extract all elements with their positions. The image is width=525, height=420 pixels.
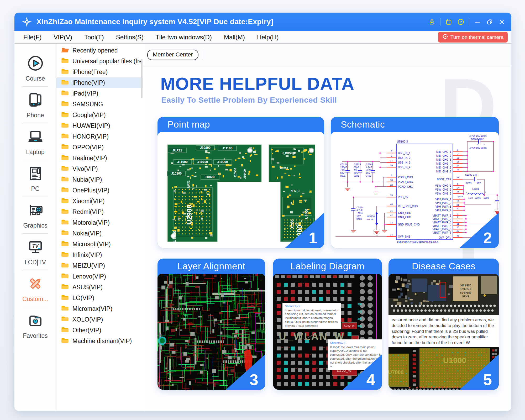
svg-text:5%: 5% xyxy=(354,169,357,171)
tree-item-lg-vip[interactable]: LG(VIP) xyxy=(56,293,143,303)
tree-item-xiaomi-vip[interactable]: Xiaomi(VIP) xyxy=(56,196,143,207)
svg-text:2: 2 xyxy=(485,191,486,193)
tree-item-redmi-vip[interactable]: Redmi(VIP) xyxy=(56,207,143,217)
menu-tool[interactable]: Tool(T) xyxy=(84,34,104,41)
svg-text:50V: 50V xyxy=(354,172,358,174)
sidebar-item-pc[interactable]: PC xyxy=(14,161,56,196)
device-tree-panel: Recently openedUniversal popular files (… xyxy=(56,44,143,411)
tree-item-huawei-vip[interactable]: HUAWEI(VIP) xyxy=(56,120,143,131)
svg-text:17: 17 xyxy=(390,159,393,162)
card-labeling-diagram-title: Labeling Diagram xyxy=(273,259,382,274)
menu-help[interactable]: Help(H) xyxy=(257,34,279,41)
tree-item-other-vip[interactable]: Other(VIP) xyxy=(56,325,143,336)
card-schematic[interactable]: Schematic U5100-3PM-7325B-2-WLNSP108B-TR… xyxy=(331,117,499,248)
tabstrip: Member Center xyxy=(143,44,511,66)
folder-icon xyxy=(61,316,69,324)
tree-item-nokia-vip[interactable]: Nokia(VIP) xyxy=(56,228,143,239)
tree-item-realme-vip[interactable]: Realme(VIP) xyxy=(56,153,143,164)
tree-item-universal-popular-files-free[interactable]: Universal popular files (free) xyxy=(56,56,143,67)
svg-text:6: 6 xyxy=(457,149,458,151)
tree-item-microsoft-vip[interactable]: Microsoft(VIP) xyxy=(56,239,143,250)
tree-item-label: Nokia(VIP) xyxy=(72,230,102,237)
close-button[interactable] xyxy=(498,18,506,26)
thermal-camera-button[interactable]: Turn on thermal camera xyxy=(438,32,508,43)
svg-text:VPH_PWR_1: VPH_PWR_1 xyxy=(435,198,451,201)
svg-text:C5224: C5224 xyxy=(340,163,347,166)
folder-icon xyxy=(61,208,69,216)
app-logo-icon xyxy=(21,16,33,28)
tree-item-iphone-free[interactable]: iPhone(Free) xyxy=(56,67,143,77)
window-title: XinZhiZao Maintenance inquiry system V4.… xyxy=(36,18,428,26)
tree-item-samsung[interactable]: SAMSUNG xyxy=(56,99,143,110)
tree-item-ipad-vip[interactable]: iPad(VIP) xyxy=(56,88,143,99)
menu-settings[interactable]: Settins(S) xyxy=(116,34,144,41)
sidebar-item-favorites[interactable]: Favorites xyxy=(14,308,56,343)
menu-file[interactable]: File(F) xyxy=(23,34,41,41)
svg-text:OL: OL xyxy=(316,368,319,369)
sidebar-item-laptop[interactable]: Laptop xyxy=(14,124,56,159)
sidebar-item-graphics[interactable]: Graphics xyxy=(14,198,56,232)
tree-item-xolo-vip[interactable]: XOLO(VIP) xyxy=(56,314,143,325)
folder-icon xyxy=(61,273,69,281)
menu-vip[interactable]: VIP(V) xyxy=(54,34,72,41)
svg-text:1: 1 xyxy=(477,143,478,146)
svg-text:29: 29 xyxy=(456,229,459,232)
tree-item-infinix-vip[interactable]: Infinix(VIP) xyxy=(56,250,143,260)
svg-text:VBATT_PWR_2: VBATT_PWR_2 xyxy=(433,218,452,220)
tree-item-label: Machine dismant(VIP) xyxy=(72,338,132,345)
card-layer-alignment[interactable]: Layer Alignment 3 xyxy=(158,259,265,390)
svg-text:33: 33 xyxy=(390,194,393,197)
tab-member-center[interactable]: Member Center xyxy=(147,50,198,60)
tree-item-nubia-vip[interactable]: Nubia(VIP) xyxy=(56,174,143,185)
restore-button[interactable] xyxy=(486,18,494,26)
tree-item-asus-vip[interactable]: ASUS(VIP) xyxy=(56,282,143,293)
tree-item-meizu-vip[interactable]: MEIZU(VIP) xyxy=(56,260,143,271)
svg-text:MID_CHG_1: MID_CHG_1 xyxy=(436,150,452,153)
svg-text:150pF: 150pF xyxy=(340,166,347,169)
tree-item-vivo-vip[interactable]: Vivo(VIP) xyxy=(56,164,143,174)
card-point-map-body: JUAT1J10800J11100J11000J10700J10900J1010… xyxy=(158,132,324,248)
svg-text:BOOT_CAP: BOOT_CAP xyxy=(437,178,452,181)
tree-item-recently-opened[interactable]: Recently opened xyxy=(56,45,143,56)
sidebar-item-custom[interactable]: Custom... xyxy=(14,271,56,306)
tree-item-label: iPhone(Free) xyxy=(72,69,108,76)
minimize-button[interactable] xyxy=(474,18,481,26)
calendar-icon[interactable] xyxy=(445,18,453,26)
folder-icon xyxy=(61,187,69,195)
tree-item-oneplus-vip[interactable]: OnePlus(VIP) xyxy=(56,185,143,196)
lock-icon[interactable] xyxy=(428,18,436,26)
svg-text:PGND_CHG: PGND_CHG xyxy=(398,185,413,188)
svg-text:31: 31 xyxy=(456,176,459,179)
app-window: XinZhiZao Maintenance inquiry system V4.… xyxy=(14,13,511,411)
card-point-map[interactable]: Point map JUAT1J10800J11100J11000J10700J… xyxy=(158,117,324,248)
card-labeling-diagram[interactable]: Labeling Diagram OLOLOLOLOLOLOLOLOLOLOLO… xyxy=(273,259,382,390)
svg-text:34: 34 xyxy=(390,233,393,236)
svg-text:1: 1 xyxy=(466,191,467,193)
tree-item-label: Google(VIP) xyxy=(72,112,106,119)
tree-item-label: Nubia(VIP) xyxy=(72,176,102,183)
folder-icon xyxy=(61,111,69,119)
menu-mall[interactable]: Mall(M) xyxy=(224,34,245,41)
svg-text:10: 10 xyxy=(456,219,459,222)
tree-scrollbar-thumb[interactable] xyxy=(141,59,143,98)
menu-tile-two-windows[interactable]: Tile two windows(D) xyxy=(156,34,212,41)
folder-icon xyxy=(61,337,69,345)
card-schematic-title: Schematic xyxy=(331,117,499,132)
help-icon[interactable]: ? xyxy=(457,18,465,26)
tree-item-micromax-vip[interactable]: Micromax(VIP) xyxy=(56,303,143,314)
tree-item-oppo-vip[interactable]: OPPO(VIP) xyxy=(56,142,143,153)
tree-item-machine-dismant-vip[interactable]: Machine dismant(VIP) xyxy=(56,336,143,346)
sidebar-item-phone[interactable]: Phone xyxy=(14,88,56,122)
sidebar-item-lcdtv[interactable]: TVLCD|TV xyxy=(14,235,56,269)
sidebar-item-course[interactable]: Course xyxy=(14,51,56,85)
tree-item-google-vip[interactable]: Google(VIP) xyxy=(56,110,143,120)
pc-icon xyxy=(27,165,44,183)
tree-item-honor-vip[interactable]: HONOR(VIP) xyxy=(56,131,143,142)
svg-text:16: 16 xyxy=(456,160,459,163)
tree-item-lenovo-vip[interactable]: Lenovo(VIP) xyxy=(56,271,143,282)
tree-item-motorola-vip[interactable]: Motorola(VIP) xyxy=(56,217,143,228)
card-disease-cases[interactable]: Disease Cases SKY558241-19679714.12050 M… xyxy=(388,259,499,390)
svg-text:OVP_SNS: OVP_SNS xyxy=(398,235,411,238)
tree-item-iphone-vip[interactable]: iPhone(VIP) xyxy=(56,77,143,88)
svg-text:MID_CHG_5: MID_CHG_5 xyxy=(436,166,452,169)
